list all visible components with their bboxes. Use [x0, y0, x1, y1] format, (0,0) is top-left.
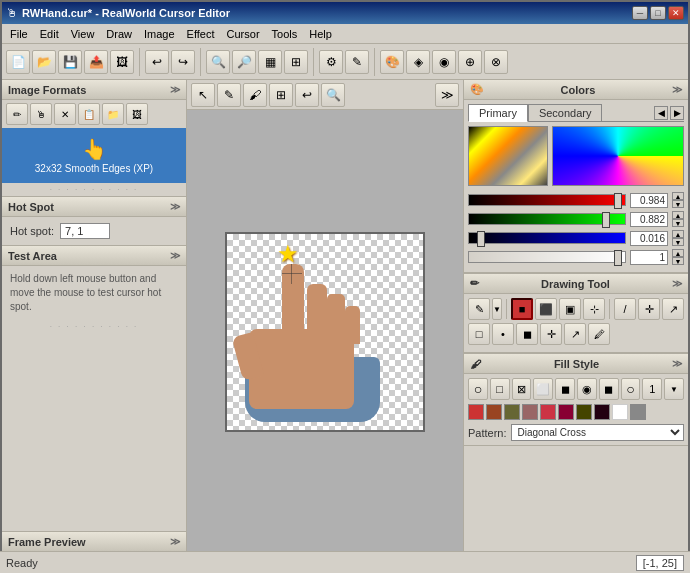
tool-select[interactable]: ⚙	[319, 50, 343, 74]
tool-pick[interactable]: ⊹	[583, 298, 605, 320]
green-down[interactable]: ▼	[672, 219, 684, 227]
image-formats-arrows[interactable]: ≫	[170, 84, 180, 95]
format-btn-folder[interactable]: 📁	[102, 103, 124, 125]
tool-fill-red[interactable]: ■	[511, 298, 533, 320]
green-value[interactable]	[630, 212, 668, 227]
tool-pencil[interactable]: ✎	[468, 298, 490, 320]
fill-color-7[interactable]	[576, 404, 592, 420]
menu-effect[interactable]: Effect	[181, 26, 221, 42]
format-btn-add[interactable]: ✏	[6, 103, 28, 125]
tool-dropdown[interactable]: ▼	[492, 298, 502, 320]
tab-secondary[interactable]: Secondary	[528, 104, 603, 121]
fill-color-4[interactable]	[522, 404, 538, 420]
tool-line[interactable]: /	[614, 298, 636, 320]
canvas-body[interactable]: ★	[187, 110, 463, 553]
menu-help[interactable]: Help	[303, 26, 338, 42]
canvas-tool1[interactable]: ↖	[191, 83, 215, 107]
menu-cursor[interactable]: Cursor	[221, 26, 266, 42]
tool-fill2[interactable]: ◼	[516, 323, 538, 345]
fill-shape-solid[interactable]: ◼	[555, 378, 575, 400]
fill-shape-dot[interactable]: ◉	[577, 378, 597, 400]
tool-wand[interactable]: 🖉	[588, 323, 610, 345]
fill-color-10[interactable]	[630, 404, 646, 420]
fill-num1[interactable]: 1	[642, 378, 662, 400]
open-button[interactable]: 📂	[32, 50, 56, 74]
menu-edit[interactable]: Edit	[34, 26, 65, 42]
fill-shape-sq2[interactable]: ◼	[599, 378, 619, 400]
red-slider[interactable]	[468, 194, 626, 206]
grid-btn[interactable]: ▦	[258, 50, 282, 74]
canvas-tool5[interactable]: ↩	[295, 83, 319, 107]
secondary-color-swatch[interactable]	[552, 126, 684, 186]
green-up[interactable]: ▲	[672, 211, 684, 219]
canvas-tool2[interactable]: ✎	[217, 83, 241, 107]
tool-cross[interactable]: ✛	[540, 323, 562, 345]
export-button[interactable]: 📤	[84, 50, 108, 74]
frame-preview-arrows[interactable]: ≫	[170, 536, 180, 547]
fill-color-3[interactable]	[504, 404, 520, 420]
format-btn-cursor[interactable]: 🖱	[30, 103, 52, 125]
maximize-button[interactable]: □	[650, 6, 666, 20]
fill-dropdown[interactable]: ▼	[664, 378, 684, 400]
minimize-button[interactable]: ─	[632, 6, 648, 20]
fill-shape-circle[interactable]: ○	[468, 378, 488, 400]
menu-draw[interactable]: Draw	[100, 26, 138, 42]
canvas-tool6[interactable]: 🔍	[321, 83, 345, 107]
menu-image[interactable]: Image	[138, 26, 181, 42]
drawing-tool-arrows[interactable]: ≫	[672, 278, 682, 289]
fill-color-5[interactable]	[540, 404, 556, 420]
blue-value[interactable]	[630, 231, 668, 246]
green-slider[interactable]	[468, 213, 626, 225]
menu-tools[interactable]: Tools	[266, 26, 304, 42]
colors-next[interactable]: ▶	[670, 106, 684, 120]
toolbar-extra2[interactable]: ⊗	[484, 50, 508, 74]
tool-spray[interactable]: ⬛	[535, 298, 557, 320]
fill-color-1[interactable]	[468, 404, 484, 420]
fill-style-arrows[interactable]: ≫	[672, 358, 682, 369]
tool-dot[interactable]: •	[492, 323, 514, 345]
toolbar-extra1[interactable]: ⊕	[458, 50, 482, 74]
hotspot-arrows[interactable]: ≫	[170, 201, 180, 212]
redo-button[interactable]: ↪	[171, 50, 195, 74]
red-down[interactable]: ▼	[672, 200, 684, 208]
fill-color-6[interactable]	[558, 404, 574, 420]
fill-color-2[interactable]	[486, 404, 502, 420]
tool-move[interactable]: ✛	[638, 298, 660, 320]
format-item-selected[interactable]: 👆 32x32 Smooth Edges (XP)	[2, 128, 186, 183]
blue-up[interactable]: ▲	[672, 230, 684, 238]
toolbar-btn5[interactable]: 🖼	[110, 50, 134, 74]
tool-replace[interactable]: ▣	[559, 298, 581, 320]
alpha-slider[interactable]	[468, 251, 626, 263]
menu-view[interactable]: View	[65, 26, 101, 42]
canvas-tool4[interactable]: ⊞	[269, 83, 293, 107]
fill-shape-rect[interactable]: □	[490, 378, 510, 400]
format-btn-delete[interactable]: ✕	[54, 103, 76, 125]
tool-resize[interactable]: ↗	[662, 298, 684, 320]
primary-color-swatch[interactable]	[468, 126, 548, 186]
alpha-up[interactable]: ▲	[672, 249, 684, 257]
fill-shape-rect2[interactable]: ⊠	[512, 378, 532, 400]
red-value[interactable]	[630, 193, 668, 208]
fill-shape-ellipse[interactable]: ⬜	[533, 378, 553, 400]
fill-color-9[interactable]	[612, 404, 628, 420]
tool-rect[interactable]: □	[468, 323, 490, 345]
save-button[interactable]: 💾	[58, 50, 82, 74]
close-button[interactable]: ✕	[668, 6, 684, 20]
blue-down[interactable]: ▼	[672, 238, 684, 246]
red-up[interactable]: ▲	[672, 192, 684, 200]
tool-draw[interactable]: ✎	[345, 50, 369, 74]
color-btn1[interactable]: 🎨	[380, 50, 404, 74]
canvas-extra[interactable]: ≫	[435, 83, 459, 107]
colors-arrows[interactable]: ≫	[672, 84, 682, 95]
fill-pattern-select[interactable]: None Solid Diagonal Cross Cross Dots Hor…	[511, 424, 684, 441]
fill-shape-ring[interactable]: ○	[621, 378, 641, 400]
resize-btn[interactable]: ⊞	[284, 50, 308, 74]
alpha-value[interactable]	[630, 250, 668, 265]
zoom-out[interactable]: 🔎	[232, 50, 256, 74]
fill-color-8[interactable]	[594, 404, 610, 420]
tool-arrow[interactable]: ↗	[564, 323, 586, 345]
canvas-tool3[interactable]: 🖌	[243, 83, 267, 107]
new-button[interactable]: 📄	[6, 50, 30, 74]
color-btn3[interactable]: ◉	[432, 50, 456, 74]
undo-button[interactable]: ↩	[145, 50, 169, 74]
